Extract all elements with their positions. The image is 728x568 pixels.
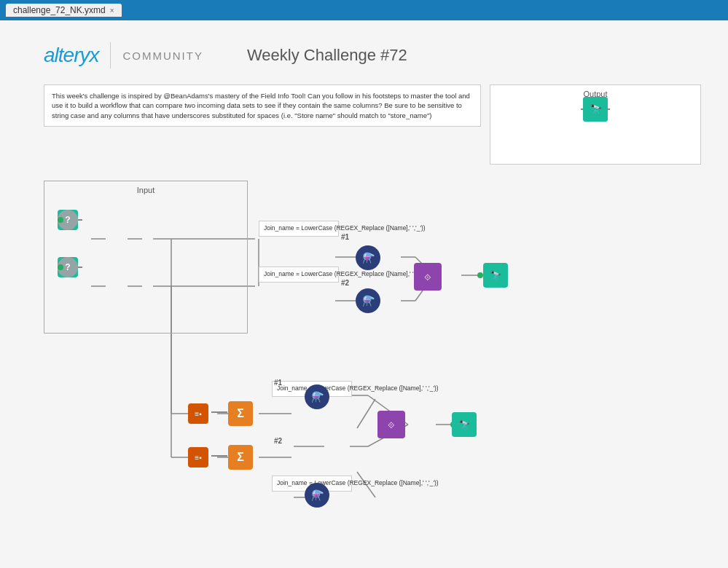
formula-box-2: Join_name = LowerCase (REGEX_Replace ([N… <box>259 267 339 283</box>
title-tab[interactable]: challenge_72_NK.yxmd × <box>6 4 122 17</box>
select-icon-1: ≡▪ <box>195 410 201 418</box>
output-flow: 📖 🔭 <box>490 109 700 110</box>
header-area: alteryx COMMUNITY Weekly Challenge #72 <box>44 42 407 68</box>
input-box: Input 📖 ? 📖 <box>44 181 248 334</box>
conn-dot-1b <box>58 217 63 223</box>
tab-filename: challenge_72_NK.yxmd <box>13 5 106 15</box>
header-divider <box>110 42 111 68</box>
output-box: Output 📖 🔭 <box>490 84 701 165</box>
select-tool-1[interactable]: ≡▪ <box>188 403 208 424</box>
flask-tool-4[interactable]: ⚗️ <box>305 483 329 508</box>
formula-text-4: Join_name = LowerCase (REGEX_Replace ([N… <box>277 479 439 486</box>
conn-b2 <box>211 455 227 457</box>
flow-number-1a: #1 <box>341 233 349 241</box>
description-box: This week's challenge is inspired by @Be… <box>44 84 481 127</box>
question-icon-1: ? <box>65 215 70 225</box>
challenge-title: Weekly Challenge #72 <box>247 46 407 65</box>
flask-tool-3[interactable]: ⚗️ <box>305 384 329 409</box>
community-label: COMMUNITY <box>122 50 203 62</box>
formula-text-2: Join_name = LowerCase (REGEX_Replace ([N… <box>264 270 426 277</box>
input-box-label: Input <box>137 186 154 194</box>
flask-icon-2: ⚗️ <box>362 295 375 307</box>
flask-tool-1[interactable]: ⚗️ <box>356 245 380 270</box>
sigma-icon-2: Σ <box>237 451 244 464</box>
svg-point-18 <box>477 272 483 278</box>
browse-tool-1[interactable]: 🔭 <box>483 263 508 288</box>
browse-tool-2[interactable]: 🔭 <box>452 412 477 437</box>
description-text: This week's challenge is inspired by @Be… <box>52 92 470 119</box>
join-tool-1[interactable]: ⟐ <box>414 263 442 291</box>
svg-line-29 <box>357 399 375 428</box>
formula-text-3: Join_name = LowerCase (REGEX_Replace ([N… <box>277 384 439 392</box>
close-tab-button[interactable]: × <box>110 7 114 15</box>
formula-text-1: Join_name = LowerCase (REGEX_Replace ([N… <box>264 224 426 232</box>
binoculars-icon-2: 🔭 <box>458 419 470 430</box>
conn-b1 <box>211 411 227 413</box>
workflow-area: Input 📖 ? 📖 <box>44 181 700 559</box>
summarize-tool-2[interactable]: Σ <box>228 445 253 470</box>
sigma-icon-1: Σ <box>237 407 244 420</box>
formula-box-1: Join_name = LowerCase (REGEX_Replace ([N… <box>259 221 339 237</box>
join-icon-2: ⟐ <box>388 418 395 431</box>
summarize-tool-1[interactable]: Σ <box>228 401 253 426</box>
flow-number-1b: #1 <box>274 379 282 387</box>
conn-2c <box>78 267 82 268</box>
output-binoculars-tool[interactable]: 🔭 <box>583 97 608 122</box>
alteryx-logo: alteryx <box>44 44 98 67</box>
question-icon-2: ? <box>65 262 70 272</box>
flask-tool-2[interactable]: ⚗️ <box>356 288 380 313</box>
flask-icon-1: ⚗️ <box>362 252 375 264</box>
flask-icon-4: ⚗️ <box>311 489 324 501</box>
title-bar: challenge_72_NK.yxmd × <box>0 0 728 20</box>
join-icon-1: ⟐ <box>424 270 431 283</box>
flask-icon-3: ⚗️ <box>311 391 324 403</box>
select-tool-2[interactable]: ≡▪ <box>188 447 208 468</box>
conn-dot-2b <box>58 264 63 270</box>
select-icon-2: ≡▪ <box>195 454 201 462</box>
binoculars-icon-1: 🔭 <box>490 270 501 281</box>
conn-1c <box>78 219 82 221</box>
flow-number-2b: #2 <box>274 437 282 445</box>
flow-number-2a: #2 <box>341 279 349 287</box>
join-tool-2[interactable]: ⟐ <box>377 411 405 438</box>
main-content: alteryx COMMUNITY Weekly Challenge #72 T… <box>0 20 728 568</box>
binoculars-icon: 🔭 <box>590 103 602 115</box>
